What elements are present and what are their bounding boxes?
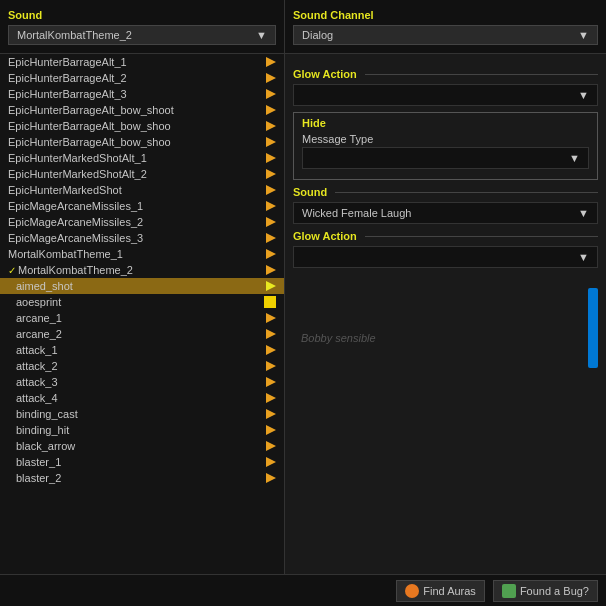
list-item[interactable]: arcane_1 xyxy=(0,310,284,326)
sound-item-name: attack_4 xyxy=(16,392,262,404)
channel-panel: Glow Action ▼ Hide Message Type ▼ Sound … xyxy=(285,54,606,574)
play-icon[interactable] xyxy=(266,233,276,243)
play-icon[interactable] xyxy=(266,473,276,483)
list-item[interactable]: EpicHunterMarkedShotAlt_2 xyxy=(0,166,284,182)
list-item[interactable]: MortalKombatTheme_1 xyxy=(0,246,284,262)
hide-label: Hide xyxy=(302,117,589,129)
play-icon[interactable] xyxy=(264,296,276,308)
checkmark-icon: ✓ xyxy=(8,265,16,276)
play-icon[interactable] xyxy=(266,281,276,291)
channel-dropdown-arrow: ▼ xyxy=(578,29,589,41)
list-item[interactable]: EpicHunterBarrageAlt_bow_shoo xyxy=(0,134,284,150)
sound-item-name: EpicHunterBarrageAlt_1 xyxy=(8,56,262,68)
play-icon[interactable] xyxy=(266,265,276,275)
list-item[interactable]: EpicHunterBarrageAlt_2 xyxy=(0,70,284,86)
sound-item-name: aoesprint xyxy=(16,296,260,308)
found-bug-label: Found a Bug? xyxy=(520,585,589,597)
glow-action-2-arrow: ▼ xyxy=(578,251,589,263)
sound-section: Sound xyxy=(293,186,598,198)
list-item[interactable]: blaster_2 xyxy=(0,470,284,486)
message-type-label: Message Type xyxy=(302,133,589,145)
hide-section: Hide Message Type ▼ xyxy=(293,112,598,180)
sound-value-dropdown[interactable]: Wicked Female Laugh ▼ xyxy=(293,202,598,224)
glow-action-2-dropdown[interactable]: ▼ xyxy=(293,246,598,268)
sound-dropdown[interactable]: MortalKombatTheme_2 ▼ xyxy=(8,25,276,45)
sound-value-arrow: ▼ xyxy=(578,207,589,219)
play-icon[interactable] xyxy=(266,345,276,355)
play-icon[interactable] xyxy=(266,409,276,419)
footer: Find Auras Found a Bug? xyxy=(0,574,606,606)
channel-header-label: Sound Channel xyxy=(293,9,598,21)
play-icon[interactable] xyxy=(266,185,276,195)
list-item[interactable]: EpicHunterBarrageAlt_1 xyxy=(0,54,284,70)
list-item[interactable]: EpicMageArcaneMissiles_1 xyxy=(0,198,284,214)
sound-item-name: attack_1 xyxy=(16,344,262,356)
play-icon[interactable] xyxy=(266,153,276,163)
glow-action-1-section: Glow Action xyxy=(293,68,598,80)
list-item[interactable]: EpicHunterMarkedShot xyxy=(0,182,284,198)
play-icon[interactable] xyxy=(266,217,276,227)
list-item[interactable]: binding_hit xyxy=(0,422,284,438)
list-item[interactable]: EpicMageArcaneMissiles_2 xyxy=(0,214,284,230)
sound-item-name: attack_2 xyxy=(16,360,262,372)
play-icon[interactable] xyxy=(266,169,276,179)
play-icon[interactable] xyxy=(266,89,276,99)
sound-item-name: EpicHunterMarkedShotAlt_2 xyxy=(8,168,262,180)
sound-item-name: black_arrow xyxy=(16,440,262,452)
list-item[interactable]: attack_2 xyxy=(0,358,284,374)
play-icon[interactable] xyxy=(266,57,276,67)
play-icon[interactable] xyxy=(266,105,276,115)
sound-item-name: MortalKombatTheme_1 xyxy=(8,248,262,260)
play-icon[interactable] xyxy=(266,425,276,435)
sound-item-name: EpicHunterMarkedShot xyxy=(8,184,262,196)
list-item[interactable]: arcane_2 xyxy=(0,326,284,342)
play-icon[interactable] xyxy=(266,73,276,83)
sound-item-name: EpicHunterBarrageAlt_bow_shoo xyxy=(8,136,262,148)
play-icon[interactable] xyxy=(266,377,276,387)
play-icon[interactable] xyxy=(266,137,276,147)
find-auras-button[interactable]: Find Auras xyxy=(396,580,485,602)
channel-dropdown-value: Dialog xyxy=(302,29,333,41)
main-container: Sound MortalKombatTheme_2 ▼ Sound Channe… xyxy=(0,0,606,606)
list-item[interactable]: ✓MortalKombatTheme_2 xyxy=(0,262,284,278)
play-icon[interactable] xyxy=(266,393,276,403)
play-icon[interactable] xyxy=(266,121,276,131)
sound-item-name: EpicHunterBarrageAlt_3 xyxy=(8,88,262,100)
sound-item-name: binding_cast xyxy=(16,408,262,420)
list-item[interactable]: EpicHunterMarkedShotAlt_1 xyxy=(0,150,284,166)
sound-item-name: EpicHunterBarrageAlt_bow_shoo xyxy=(8,120,262,132)
list-item[interactable]: black_arrow xyxy=(0,438,284,454)
sound-item-name: MortalKombatTheme_2 xyxy=(18,264,262,276)
sound-list-panel[interactable]: EpicHunterBarrageAlt_1EpicHunterBarrageA… xyxy=(0,54,285,574)
sound-item-name: EpicHunterBarrageAlt_2 xyxy=(8,72,262,84)
list-item[interactable]: aimed_shot xyxy=(0,278,284,294)
message-type-dropdown[interactable]: ▼ xyxy=(302,147,589,169)
list-item[interactable]: EpicHunterBarrageAlt_3 xyxy=(0,86,284,102)
play-icon[interactable] xyxy=(266,457,276,467)
found-bug-button[interactable]: Found a Bug? xyxy=(493,580,598,602)
glow-action-2-label: Glow Action xyxy=(293,230,357,242)
watermark-area: Bobby sensible xyxy=(293,328,598,348)
play-icon[interactable] xyxy=(266,313,276,323)
list-item[interactable]: attack_1 xyxy=(0,342,284,358)
play-icon[interactable] xyxy=(266,201,276,211)
scroll-area xyxy=(293,348,598,368)
play-icon[interactable] xyxy=(266,329,276,339)
list-item[interactable]: EpicHunterBarrageAlt_bow_shoot xyxy=(0,102,284,118)
list-item[interactable]: EpicHunterBarrageAlt_bow_shoo xyxy=(0,118,284,134)
channel-dropdown[interactable]: Dialog ▼ xyxy=(293,25,598,45)
list-item[interactable]: EpicMageArcaneMissiles_3 xyxy=(0,230,284,246)
sound-dropdown-arrow: ▼ xyxy=(256,29,267,41)
play-icon[interactable] xyxy=(266,249,276,259)
play-icon[interactable] xyxy=(266,441,276,451)
list-item[interactable]: aoesprint xyxy=(0,294,284,310)
scroll-thumb[interactable] xyxy=(588,288,598,368)
glow-action-1-dropdown[interactable]: ▼ xyxy=(293,84,598,106)
list-item[interactable]: blaster_1 xyxy=(0,454,284,470)
sound-item-name: binding_hit xyxy=(16,424,262,436)
message-type-arrow: ▼ xyxy=(569,152,580,164)
list-item[interactable]: binding_cast xyxy=(0,406,284,422)
list-item[interactable]: attack_4 xyxy=(0,390,284,406)
play-icon[interactable] xyxy=(266,361,276,371)
list-item[interactable]: attack_3 xyxy=(0,374,284,390)
